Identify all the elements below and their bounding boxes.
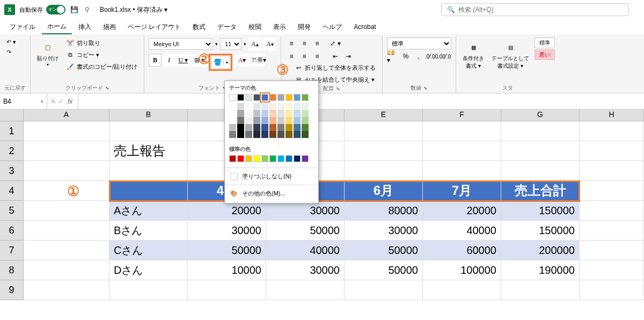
- cell-name[interactable]: Cさん: [109, 241, 188, 260]
- autosave-toggle[interactable]: オン: [46, 5, 65, 14]
- cell[interactable]: [266, 280, 345, 300]
- color-swatch[interactable]: [269, 117, 276, 124]
- cell[interactable]: [501, 161, 580, 181]
- color-swatch[interactable]: [245, 110, 252, 117]
- increase-font-button[interactable]: A▴: [248, 38, 261, 50]
- cell[interactable]: [345, 141, 423, 161]
- cell-value[interactable]: 10000: [188, 260, 266, 280]
- cell[interactable]: [580, 141, 644, 161]
- cancel-formula-icon[interactable]: ✕: [50, 98, 56, 105]
- file-title[interactable]: Book1.xlsx • 保存済み ▾: [100, 5, 167, 14]
- chevron-down-icon[interactable]: ▾: [223, 60, 230, 65]
- alignment-expand[interactable]: ⬊: [336, 86, 340, 91]
- color-swatch[interactable]: [237, 131, 244, 138]
- menu-acrobat[interactable]: Acrobat: [348, 21, 381, 33]
- font-name-select[interactable]: Meiryo UI: [149, 38, 213, 50]
- color-swatch[interactable]: [237, 110, 244, 117]
- menu-home[interactable]: ホーム: [42, 20, 72, 34]
- cell-value[interactable]: 50000: [266, 221, 345, 241]
- cell-value[interactable]: 150000: [501, 221, 580, 241]
- color-swatch[interactable]: [245, 131, 252, 138]
- cell[interactable]: [109, 161, 188, 181]
- col-header-E[interactable]: E: [345, 110, 423, 121]
- color-swatch[interactable]: [286, 110, 292, 117]
- color-swatch[interactable]: [237, 155, 244, 162]
- decrease-font-button[interactable]: A▾: [264, 38, 276, 50]
- menu-review[interactable]: 校閲: [243, 20, 267, 34]
- align-top-button[interactable]: ≡: [286, 38, 297, 49]
- color-swatch[interactable]: [253, 124, 260, 131]
- bold-button[interactable]: B: [149, 54, 162, 67]
- cell[interactable]: [501, 280, 580, 300]
- col-header-F[interactable]: F: [423, 110, 501, 121]
- cell[interactable]: [24, 201, 109, 221]
- copy-button[interactable]: ⧉コピー ▾: [64, 49, 140, 60]
- row-header-7[interactable]: 7: [0, 241, 23, 260]
- color-swatch[interactable]: [277, 103, 284, 110]
- increase-indent-button[interactable]: ⇥: [342, 50, 354, 62]
- align-middle-button[interactable]: ≡: [298, 38, 310, 49]
- color-swatch[interactable]: [229, 103, 236, 110]
- align-right-button[interactable]: ≡: [311, 50, 323, 62]
- clipboard-expand[interactable]: ⬊: [105, 85, 109, 91]
- color-swatch[interactable]: [269, 110, 276, 117]
- cell[interactable]: [423, 121, 501, 141]
- cell-value[interactable]: 80000: [345, 201, 423, 221]
- row-header-5[interactable]: 5: [0, 201, 23, 221]
- cell-value[interactable]: 30000: [266, 260, 345, 280]
- col-header-G[interactable]: G: [501, 110, 580, 121]
- color-swatch[interactable]: [237, 103, 244, 110]
- color-swatch[interactable]: [253, 155, 260, 162]
- cell-value[interactable]: 50000: [345, 260, 423, 280]
- cell-value[interactable]: 40000: [423, 221, 501, 241]
- cell[interactable]: [345, 161, 423, 181]
- cell[interactable]: [109, 181, 188, 201]
- font-color-button[interactable]: A ▾: [233, 54, 251, 67]
- menu-formulas[interactable]: 数式: [187, 20, 211, 34]
- color-swatch[interactable]: [294, 110, 301, 117]
- decrease-indent-button[interactable]: ⇤: [330, 50, 341, 62]
- style-normal[interactable]: 標準: [535, 38, 555, 48]
- col-header-B[interactable]: B: [109, 110, 188, 121]
- row-header-1[interactable]: 1: [0, 121, 23, 141]
- cell[interactable]: [109, 121, 188, 141]
- color-swatch[interactable]: [245, 103, 252, 110]
- col-header-H[interactable]: H: [580, 110, 644, 121]
- cell-value[interactable]: 30000: [188, 221, 266, 241]
- cell[interactable]: [345, 280, 423, 300]
- color-swatch[interactable]: [277, 124, 284, 131]
- color-swatch[interactable]: [253, 103, 260, 110]
- color-swatch[interactable]: [277, 94, 284, 101]
- color-swatch[interactable]: [277, 117, 284, 124]
- cell[interactable]: [24, 221, 109, 241]
- color-swatch[interactable]: [237, 117, 244, 124]
- cell-name[interactable]: Aさん: [109, 201, 188, 221]
- table-format-button[interactable]: ▤ テーブルとして 書式設定 ▾: [489, 38, 531, 72]
- color-swatch[interactable]: [269, 103, 276, 110]
- format-painter-button[interactable]: 🖌️書式のコピー/貼り付け: [64, 61, 140, 72]
- cell-value[interactable]: 20000: [188, 201, 266, 221]
- color-swatch[interactable]: [302, 117, 309, 124]
- color-swatch[interactable]: [302, 155, 309, 162]
- color-swatch[interactable]: [261, 94, 268, 101]
- underline-button[interactable]: U ▾: [177, 54, 189, 67]
- color-swatch[interactable]: [237, 124, 244, 131]
- search-box[interactable]: 🔍: [441, 3, 629, 16]
- color-swatch[interactable]: [245, 117, 252, 124]
- row-header-2[interactable]: 2: [0, 141, 23, 161]
- color-swatch[interactable]: [253, 117, 260, 124]
- color-swatch[interactable]: [253, 110, 260, 117]
- color-swatch[interactable]: [229, 110, 236, 117]
- align-center-button[interactable]: ≡: [298, 50, 310, 62]
- color-swatch[interactable]: [294, 131, 301, 138]
- color-swatch[interactable]: [277, 110, 284, 117]
- color-swatch[interactable]: [269, 94, 276, 101]
- cell-value[interactable]: 150000: [501, 201, 580, 221]
- color-swatch[interactable]: [245, 94, 252, 101]
- cell-value[interactable]: 50000: [345, 241, 423, 260]
- no-fill-button[interactable]: 塗りつぶしなし(N): [225, 169, 318, 184]
- col-header-A[interactable]: A: [24, 110, 109, 121]
- menu-file[interactable]: ファイル: [4, 20, 41, 34]
- color-swatch[interactable]: [294, 155, 301, 162]
- font-size-select[interactable]: 11: [220, 38, 241, 50]
